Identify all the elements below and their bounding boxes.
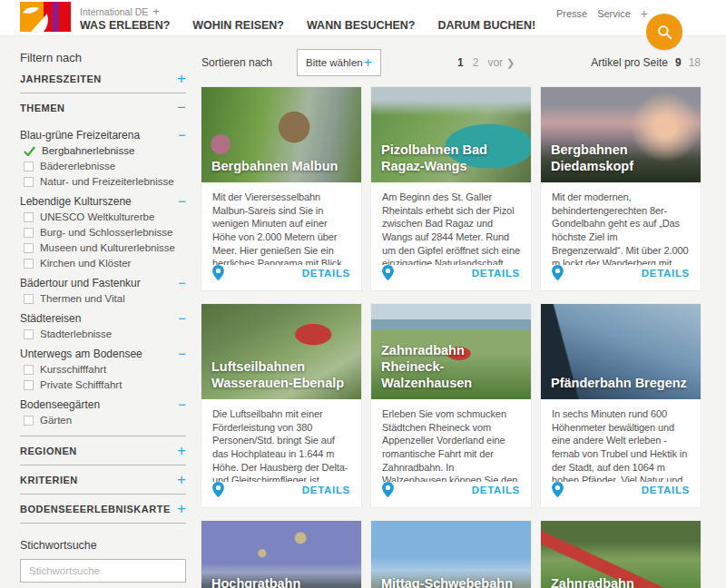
next-page-link[interactable]: vor ❯ (487, 56, 515, 69)
sort-label: Sortieren nach (201, 56, 272, 69)
keyword-search-input[interactable] (20, 559, 186, 583)
group-baedertour-fastenkur[interactable]: Bädertour und Fastenkur − (20, 277, 186, 289)
card-photo: Luftseilbahnen Wasserauen-Ebenalp (201, 304, 361, 399)
nav-wann-besuchen[interactable]: WANN BESUCHEN? (307, 19, 415, 32)
card-title: Bergbahnen Malbun (211, 158, 354, 174)
checkbox-icon (24, 259, 34, 269)
section-regionen[interactable]: REGIONEN + (20, 436, 186, 465)
minus-icon: − (178, 131, 186, 140)
details-link[interactable]: DETAILS (642, 485, 690, 495)
results-area: Sortieren nach Bitte wählen + 1 2 vor ❯ … (201, 36, 701, 588)
card-photo: Bergbahnen Malbun (201, 87, 361, 182)
result-card-hochgratbahn[interactable]: Hochgratbahn Oberstaufen-Steibis DETAILS (201, 521, 361, 588)
per-page-label: Artikel pro Seite (591, 56, 668, 69)
section-jahreszeiten[interactable]: JAHRESZEITEN + (20, 64, 186, 93)
nav-darum-buchen[interactable]: DARUM BUCHEN! (437, 19, 535, 32)
meta-nav: Presse Service + (556, 6, 648, 21)
location-pin-icon[interactable] (552, 265, 564, 280)
plus-icon: + (177, 446, 186, 456)
group-staedtereisen[interactable]: Städtereisen − (20, 312, 186, 325)
group-blau-gruene-freizeitarena[interactable]: Blau-grüne Freizeitarena − (20, 129, 186, 142)
card-photo: Mittag-Schwebebahn Immenstadt (371, 521, 531, 588)
checkbox-bergbahnerlebnisse[interactable]: Bergbahnerlebnisse (24, 144, 186, 157)
per-page-9[interactable]: 9 (675, 56, 682, 69)
result-card-pfaenderbahn[interactable]: Pfänderbahn Bregenz In sechs Minuten run… (541, 304, 701, 507)
checkbox-thermen-vital[interactable]: Thermen und Vital (24, 292, 186, 305)
card-description: Erleben Sie vom schmucken Städtchen Rhei… (371, 399, 531, 482)
result-card-pizolbahnen[interactable]: Pizolbahnen Bad Ragaz-Wangs Am Beginn de… (371, 87, 531, 290)
header: International DE + WAS ERLEBEN? WOHIN RE… (0, 0, 726, 36)
nav-was-erleben[interactable]: WAS ERLEBEN? (80, 19, 170, 32)
card-title: Pfänderbahn Bregenz (551, 375, 693, 391)
sort-selected-value: Bitte wählen (306, 57, 363, 68)
minus-icon: − (178, 349, 186, 358)
details-link[interactable]: DETAILS (472, 268, 520, 279)
checkbox-kursschifffahrt[interactable]: Kursschifffahrt (24, 363, 186, 376)
location-pin-icon[interactable] (212, 265, 224, 280)
plus-icon: + (177, 475, 186, 485)
section-themen[interactable]: THEMEN − (20, 93, 186, 122)
group-unterwegs-am-bodensee[interactable]: Unterwegs am Bodensee − (20, 348, 186, 360)
section-bodenseeerlebniskarte[interactable]: BODENSEEERLEBNISKARTE + (20, 495, 186, 523)
group-lebendige-kulturszene[interactable]: Lebendige Kulturszene − (20, 195, 186, 208)
card-photo: Zahnradbahn Rorschach-Heiden (541, 521, 701, 588)
result-card-mittag-schwebebahn[interactable]: Mittag-Schwebebahn Immenstadt DETAILS (371, 521, 531, 588)
results-grid: Bergbahnen Malbun Mit der Vierersesselba… (201, 87, 701, 588)
minus-icon: − (178, 279, 186, 288)
result-card-diedamskopf[interactable]: Bergbahnen Diedamskopf Mit der modernen,… (541, 87, 701, 290)
plus-icon: + (177, 505, 186, 514)
checkbox-stadterlebnisse[interactable]: Stadterlebnisse (24, 328, 186, 340)
meta-presse[interactable]: Presse (556, 8, 587, 19)
meta-service[interactable]: Service (597, 8, 631, 19)
chevron-right-icon: ❯ (506, 57, 515, 69)
location-pin-icon[interactable] (382, 482, 394, 497)
location-pin-icon[interactable] (552, 482, 564, 497)
search-icon (656, 24, 673, 41)
checkbox-natur-freizeiterlebnisse[interactable]: Natur- und Freizeiterlebnisse (24, 175, 186, 188)
checkbox-kirchen-kloester[interactable]: Kirchen und Klöster (24, 257, 186, 270)
plus-icon: + (641, 6, 648, 21)
page-2[interactable]: 2 (473, 56, 479, 69)
sort-dropdown[interactable]: Bitte wählen + (297, 49, 381, 76)
nav-wohin-reisen[interactable]: WOHIN REISEN? (192, 19, 284, 32)
locale-switcher[interactable]: International DE + (80, 5, 160, 18)
result-card-rorschach-heiden[interactable]: Zahnradbahn Rorschach-Heiden DETAILS (541, 521, 701, 588)
page-1[interactable]: 1 (457, 56, 464, 69)
checkbox-icon (24, 243, 34, 253)
plus-icon: + (177, 74, 186, 83)
per-page-18[interactable]: 18 (689, 56, 701, 69)
bodensee-logo-icon[interactable] (20, 2, 71, 32)
checkbox-icon (24, 329, 34, 339)
location-pin-icon[interactable] (382, 265, 394, 280)
result-card-rheineck-walzenhausen[interactable]: Zahnradbahn Rheineck-Walzenhausen Erlebe… (371, 304, 531, 507)
checkmark-icon (24, 146, 35, 156)
details-link[interactable]: DETAILS (472, 485, 520, 495)
checkbox-gaerten[interactable]: Gärten (24, 414, 186, 426)
result-card-bergbahnen-malbun[interactable]: Bergbahnen Malbun Mit der Vierersesselba… (201, 87, 361, 290)
checkbox-unesco-weltkulturerbe[interactable]: UNESCO Weltkulturerbe (24, 211, 186, 223)
checkbox-icon (24, 228, 34, 238)
minus-icon: − (178, 314, 186, 323)
card-description: Mit der modernen, behindertengerechten 8… (541, 182, 701, 265)
result-card-wasserauen-ebenalp[interactable]: Luftseilbahnen Wasserauen-Ebenalp Die Lu… (201, 304, 361, 507)
details-link[interactable]: DETAILS (302, 485, 350, 495)
card-title: Zahnradbahn Rheineck-Walzenhausen (381, 342, 524, 391)
checkbox-museen-kulturerlebnisse[interactable]: Museen und Kulturerlebnisse (24, 241, 186, 254)
location-pin-icon[interactable] (212, 482, 224, 497)
minus-icon: − (178, 400, 186, 409)
details-link[interactable]: DETAILS (642, 268, 690, 279)
minus-icon: − (177, 103, 186, 113)
results-toolbar: Sortieren nach Bitte wählen + 1 2 vor ❯ … (201, 49, 701, 76)
details-link[interactable]: DETAILS (302, 268, 350, 279)
checkbox-private-schifffahrt[interactable]: Private Schifffahrt (24, 378, 186, 391)
pagination: 1 2 vor ❯ (457, 56, 515, 69)
section-kriterien[interactable]: KRITERIEN + (20, 466, 186, 494)
filter-title: Filtern nach (20, 51, 186, 64)
card-title: Mittag-Schwebebahn Immenstadt (381, 575, 524, 588)
card-photo: Pfänderbahn Bregenz (541, 304, 701, 399)
checkbox-icon (24, 212, 34, 222)
checkbox-baedererlebnisse[interactable]: Bädererlebnisse (24, 160, 186, 172)
search-button[interactable] (646, 14, 682, 50)
group-bodenseegaerten[interactable]: Bodenseegärten − (20, 398, 186, 411)
checkbox-burg-schlosserlebnisse[interactable]: Burg- und Schlosserlebnisse (24, 226, 186, 239)
